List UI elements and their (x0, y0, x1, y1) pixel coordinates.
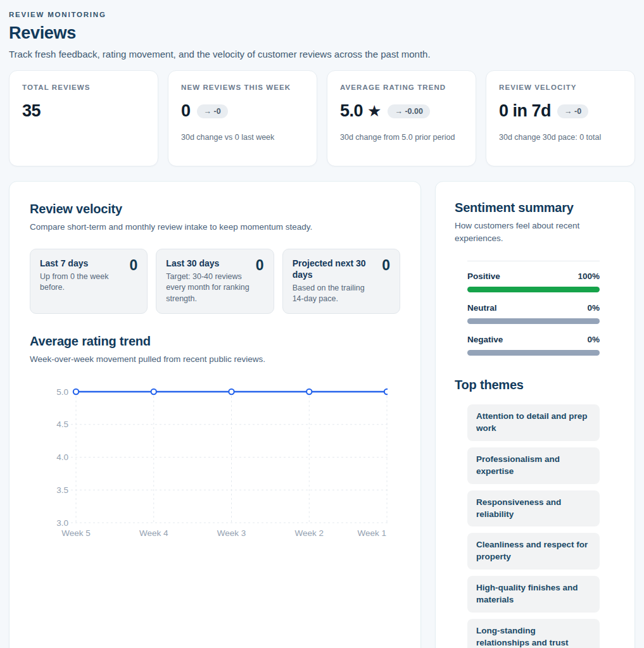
line-chart-svg: 5.04.54.03.53.0Week 5Week 4Week 3Week 2W… (30, 383, 388, 540)
svg-text:Week 1: Week 1 (357, 528, 386, 538)
svg-text:3.5: 3.5 (56, 485, 68, 494)
sentiment-bar-track (467, 287, 600, 292)
stat-card-review-velocity: REVIEW VELOCITY 0 in 7d → -0 30d change … (486, 70, 635, 166)
stat-card-average-rating: AVERAGE RATING TREND 5.0 ★ → -0.00 30d c… (327, 70, 476, 166)
theme-pill: Cleanliness and respect for property (467, 533, 600, 570)
delta-badge: → -0.00 (388, 104, 429, 118)
stat-label: REVIEW VELOCITY (499, 84, 622, 91)
sentiment-bar-track (467, 318, 600, 324)
stat-value: 35 (22, 101, 41, 121)
section-title-rating-trend: Average rating trend (30, 334, 400, 349)
stat-note: 30d change vs 0 last week (181, 132, 301, 144)
themes-list: Attention to detail and prep work Profes… (467, 404, 600, 648)
sentiment-label: Negative (467, 335, 503, 344)
theme-pill: Long-standing relationships and trust (467, 619, 600, 648)
velocity-card-desc: Up from 0 the week before. (40, 271, 125, 294)
sentiment-percent: 0% (587, 303, 600, 313)
section-title-review-velocity: Review velocity (30, 202, 400, 216)
stat-card-total-reviews: TOTAL REVIEWS 35 (9, 70, 158, 166)
stat-note: 30d change from 5.0 prior period (340, 132, 460, 144)
velocity-card-last-30-days: Last 30 days Target: 30-40 reviews every… (156, 249, 274, 314)
page-title: Reviews (9, 23, 635, 43)
velocity-card-desc: Based on the trailing 14-day pace. (293, 283, 377, 305)
theme-pill: High-quality finishes and materials (467, 576, 600, 613)
panel-sentiment: Sentiment summary How customers feel abo… (435, 181, 635, 648)
stat-label: TOTAL REVIEWS (22, 84, 145, 91)
stat-card-new-reviews: NEW REVIEWS THIS WEEK 0 → -0 30d change … (168, 70, 317, 166)
velocity-card-title: Projected next 30 days (293, 258, 377, 280)
sentiment-row-negative: Negative 0% (467, 335, 600, 356)
delta-badge: → -0 (197, 104, 228, 118)
sentiment-percent: 100% (578, 271, 600, 281)
sentiment-label: Neutral (467, 303, 497, 313)
svg-text:4.5: 4.5 (56, 420, 68, 429)
stat-label: AVERAGE RATING TREND (340, 84, 463, 91)
svg-text:Week 5: Week 5 (61, 528, 91, 538)
svg-text:Week 4: Week 4 (139, 528, 168, 538)
theme-pill: Professionalism and expertise (467, 447, 600, 484)
svg-text:3.0: 3.0 (56, 518, 68, 527)
theme-pill: Responsiveness and reliability (467, 490, 600, 527)
velocity-card-value: 0 (382, 258, 390, 305)
section-subtitle: How customers feel about recent experien… (455, 220, 616, 244)
svg-text:Week 2: Week 2 (294, 528, 324, 538)
delta-badge: → -0 (557, 104, 588, 118)
page-subtitle: Track fresh feedback, rating movement, a… (9, 49, 635, 59)
velocity-card-projected-30-days: Projected next 30 days Based on the trai… (282, 249, 400, 314)
svg-text:Week 3: Week 3 (217, 528, 246, 538)
rating-trend-chart: 5.04.54.03.53.0Week 5Week 4Week 3Week 2W… (30, 383, 400, 543)
stat-value: 5.0 (340, 101, 363, 121)
velocity-card-desc: Target: 30-40 reviews every month for ra… (166, 271, 251, 305)
stat-value: 0 in 7d (499, 101, 551, 121)
velocity-cards: Last 7 days Up from 0 the week before. 0… (30, 249, 400, 314)
section-title-sentiment: Sentiment summary (455, 201, 616, 215)
section-subtitle: Compare short-term and monthly review in… (30, 221, 400, 234)
sentiment-list: Positive 100% Neutral 0% Negative (467, 261, 600, 356)
stat-note: 30d change 30d pace: 0 total (499, 132, 619, 144)
velocity-card-title: Last 30 days (166, 258, 251, 269)
svg-text:4.0: 4.0 (56, 452, 68, 462)
section-subtitle: Week-over-week movement pulled from rece… (30, 353, 400, 366)
velocity-card-title: Last 7 days (40, 258, 125, 269)
stat-label: NEW REVIEWS THIS WEEK (181, 84, 304, 91)
stats-row: TOTAL REVIEWS 35 NEW REVIEWS THIS WEEK 0… (9, 70, 635, 166)
page-header: REVIEW MONITORING Reviews Track fresh fe… (9, 11, 635, 59)
star-icon: ★ (367, 103, 381, 119)
velocity-card-value: 0 (256, 258, 264, 305)
velocity-card-value: 0 (130, 258, 138, 305)
sentiment-row-neutral: Neutral 0% (467, 303, 600, 324)
velocity-card-last-7-days: Last 7 days Up from 0 the week before. 0 (30, 249, 148, 314)
section-title-top-themes: Top themes (455, 378, 616, 392)
svg-text:5.0: 5.0 (56, 387, 68, 396)
sentiment-bar-track (467, 350, 600, 356)
theme-pill: Attention to detail and prep work (467, 404, 600, 441)
sentiment-percent: 0% (587, 335, 600, 344)
sentiment-row-positive: Positive 100% (467, 271, 600, 292)
stat-value: 0 (181, 101, 191, 121)
panel-review-velocity: Review velocity Compare short-term and m… (9, 181, 421, 648)
sentiment-bar-fill (467, 287, 600, 292)
breadcrumb-eyebrow: REVIEW MONITORING (9, 11, 635, 18)
sentiment-label: Positive (467, 271, 500, 281)
